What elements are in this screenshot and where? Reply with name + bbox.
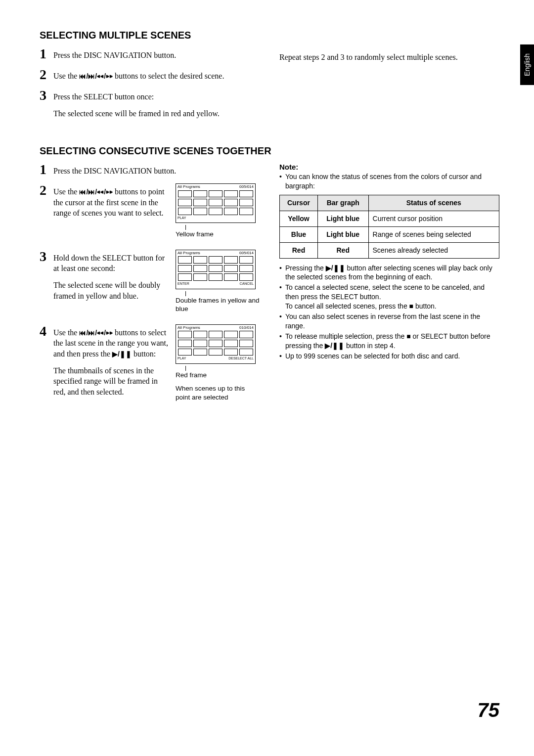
mini-screen-2-wrap: All Programs005/014 ENTERCANCEL Double f…: [176, 250, 260, 324]
repeat-note: Repeat steps 2 and 3 to randomly select …: [279, 47, 499, 63]
ms-pos: 005/014: [239, 251, 254, 256]
status-table: Cursor Bar graph Status of scenes Yellow…: [279, 195, 499, 259]
ms-title: All Programs: [178, 184, 200, 189]
note-b3: To cancel a selected scene, select the s…: [285, 283, 499, 311]
heading-multiple: SELECTING MULTIPLE SCENES: [40, 30, 499, 41]
heading-consecutive: SELECTING CONSECUTIVE SCENES TOGETHER: [40, 145, 499, 157]
step-text: Use the ⏮/⏭/◀◀/▶▶ buttons to select the …: [53, 324, 169, 398]
step-text: Press the SELECT button once: The select…: [53, 89, 220, 119]
play-pause-icon: ▶/❚❚: [326, 264, 345, 272]
step-number: 3: [40, 89, 53, 119]
ms-title: All Programs: [178, 325, 200, 330]
text-post: buttons to select the desired scene.: [113, 72, 224, 80]
td: Light blue: [317, 211, 368, 226]
section1-left: 1 Press the DISC NAVIGATION button. 2 Us…: [40, 47, 260, 126]
ms-footer-l: ENTER: [178, 281, 189, 286]
text-post2: button:: [132, 350, 156, 358]
step-text: Use the ⏮/⏭/◀◀/▶▶ buttons to point the c…: [53, 183, 169, 219]
ms-footer-m: CANCEL: [240, 281, 254, 286]
step-number: 1: [40, 47, 53, 61]
play-pause-icon: ▶/❚❚: [112, 350, 132, 359]
caption-yellow: Yellow frame: [176, 230, 260, 239]
step-text: Use the ⏮/⏭/◀◀/▶▶ buttons to select the …: [53, 68, 224, 82]
note-b2: Pressing the ▶/❚❚ button after selecting…: [285, 264, 499, 282]
note-b5: To release multiple selection, press the…: [285, 332, 499, 351]
step-1-2: 2 Use the ⏮/⏭/◀◀/▶▶ buttons to select th…: [40, 68, 260, 82]
stop-icon: ■: [406, 332, 410, 340]
caption-double: Double frames in yellow and blue: [176, 296, 260, 313]
text-pre: Use the: [53, 72, 79, 80]
text-pre: Use the: [53, 187, 79, 196]
mini-screen-double: All Programs005/014 ENTERCANCEL: [176, 250, 256, 289]
step-2-1: 1 Press the DISC NAVIGATION button.: [40, 163, 260, 177]
step-2-3: 3 Hold down the SELECT button for at lea…: [40, 250, 169, 301]
step-1-3: 3 Press the SELECT button once: The sele…: [40, 89, 260, 119]
td: Current cursor position: [368, 211, 499, 226]
mini-screen-red: All Programs010/014 PLAYDESELECT ALL: [176, 324, 256, 364]
ms-footer-l: PLAY: [178, 356, 186, 360]
page: English SELECTING MULTIPLE SCENES 1 Pres…: [0, 0, 534, 756]
ms-pos: 010/014: [239, 325, 254, 330]
step-2-4: 4 Use the ⏮/⏭/◀◀/▶▶ buttons to select th…: [40, 324, 169, 398]
section2-left: 1 Press the DISC NAVIGATION button. 2 Us…: [40, 163, 260, 412]
step-number: 2: [40, 183, 53, 219]
ms-footer-m: DESELECT ALL: [228, 356, 254, 360]
step-number: 3: [40, 250, 53, 301]
nav-buttons-icon: ⏮/⏭/◀◀/▶▶: [79, 187, 113, 197]
th-cursor: Cursor: [280, 195, 318, 211]
note-body: •You can know the status of scenes from …: [279, 172, 499, 360]
stop-icon: ■: [409, 302, 413, 310]
step-number: 1: [40, 163, 53, 177]
th-status: Status of scenes: [368, 195, 499, 211]
td: Red: [280, 242, 318, 258]
td: Blue: [280, 226, 318, 242]
note-b6: Up to 999 scenes can be selected for bot…: [285, 352, 460, 361]
step4-after: The thumbnails of scenes in the specifie…: [53, 365, 169, 398]
td: Yellow: [280, 211, 318, 226]
section-selecting-consecutive: SELECTING CONSECUTIVE SCENES TOGETHER 1 …: [40, 145, 499, 412]
step-number: 2: [40, 68, 53, 82]
section2-right: Note: •You can know the status of scenes…: [279, 163, 499, 361]
section-selecting-multiple: SELECTING MULTIPLE SCENES 1 Press the DI…: [40, 30, 499, 126]
step-2-2: 2 Use the ⏮/⏭/◀◀/▶▶ buttons to point the…: [40, 183, 169, 219]
ms-footer-l: PLAY: [178, 216, 186, 220]
step-1-1: 1 Press the DISC NAVIGATION button.: [40, 47, 260, 61]
td: Light blue: [317, 226, 368, 242]
td: Scenes already selected: [368, 242, 499, 258]
ms-pos: 005/014: [239, 184, 254, 189]
step-text: Press the DISC NAVIGATION button.: [53, 163, 176, 177]
mini-screen-1-wrap: All Programs005/014 PLAY Yellow frame: [176, 183, 260, 250]
step-text: Hold down the SELECT button for at least…: [53, 250, 169, 301]
step-text: Press the DISC NAVIGATION button.: [53, 47, 176, 61]
td: Range of scenes being selected: [368, 226, 499, 242]
mini-screen-3-wrap: All Programs010/014 PLAYDESELECT ALL Red…: [176, 324, 260, 413]
step3-text: Press the SELECT button once:: [53, 92, 154, 101]
nav-buttons-icon: ⏮/⏭/◀◀/▶▶: [79, 328, 113, 338]
step-number: 4: [40, 324, 53, 398]
note-heading: Note:: [279, 163, 499, 171]
mini-screen-yellow: All Programs005/014 PLAY: [176, 183, 256, 223]
th-bargraph: Bar graph: [317, 195, 368, 211]
step3-text: Hold down the SELECT button for at least…: [53, 254, 165, 273]
step3-after: The selected scene will be framed in red…: [53, 108, 220, 119]
caption-red: Red frame: [176, 371, 260, 380]
caption-when: When scenes up to this point are selecte…: [176, 384, 260, 401]
text-pre: Use the: [53, 328, 79, 337]
play-pause-icon: ▶/❚❚: [325, 342, 344, 350]
note-b1: You can know the status of scenes from t…: [285, 172, 499, 191]
td: Red: [317, 242, 368, 258]
note-b4: You can also select scenes in reverse fr…: [285, 312, 499, 331]
section1-right: Repeat steps 2 and 3 to randomly select …: [279, 47, 499, 126]
nav-buttons-icon: ⏮/⏭/◀◀/▶▶: [79, 72, 113, 81]
step3-after: The selected scene will be doubly framed…: [53, 280, 169, 301]
ms-title: All Programs: [178, 251, 200, 256]
page-number: 75: [478, 699, 500, 721]
language-tab: English: [520, 44, 534, 85]
